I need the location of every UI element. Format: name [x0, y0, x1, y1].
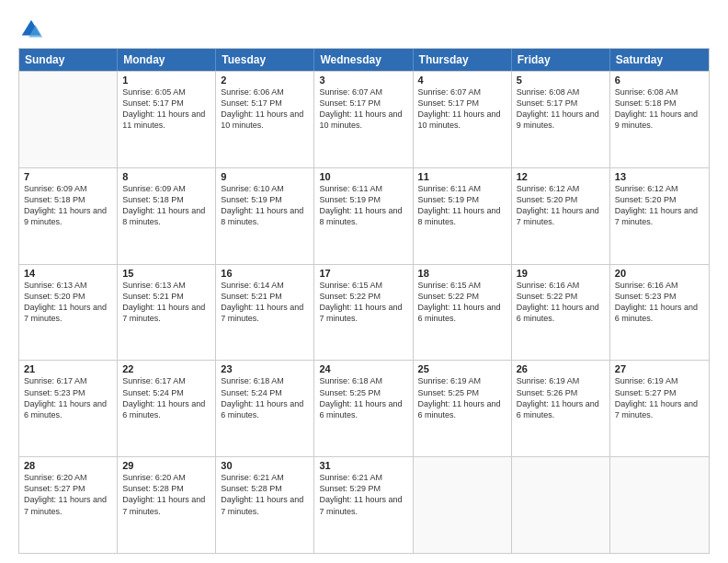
day-number: 6 [615, 75, 704, 86]
day-number: 13 [615, 171, 704, 182]
day-info: Sunrise: 6:09 AMSunset: 5:18 PMDaylight:… [24, 183, 112, 228]
header-cell-sunday: Sunday [19, 49, 118, 71]
day-number: 30 [221, 460, 309, 471]
day-number: 14 [24, 268, 112, 279]
header-cell-saturday: Saturday [610, 49, 709, 71]
day-info: Sunrise: 6:21 AMSunset: 5:28 PMDaylight:… [221, 472, 309, 517]
header-cell-thursday: Thursday [414, 49, 512, 71]
day-number: 10 [319, 171, 407, 182]
cal-cell [512, 457, 610, 553]
day-info: Sunrise: 6:20 AMSunset: 5:27 PMDaylight:… [24, 472, 112, 517]
day-info: Sunrise: 6:19 AMSunset: 5:25 PMDaylight:… [418, 375, 506, 420]
day-number: 9 [221, 171, 309, 182]
day-info: Sunrise: 6:12 AMSunset: 5:20 PMDaylight:… [517, 183, 605, 228]
day-info: Sunrise: 6:21 AMSunset: 5:29 PMDaylight:… [319, 472, 407, 517]
day-number: 17 [319, 268, 407, 279]
cal-cell: 13Sunrise: 6:12 AMSunset: 5:20 PMDayligh… [610, 168, 709, 264]
cal-cell: 26Sunrise: 6:19 AMSunset: 5:26 PMDayligh… [512, 361, 610, 456]
day-info: Sunrise: 6:18 AMSunset: 5:25 PMDaylight:… [319, 375, 407, 420]
calendar-body: 1Sunrise: 6:05 AMSunset: 5:17 PMDaylight… [19, 71, 709, 553]
cal-cell [19, 72, 118, 167]
day-info: Sunrise: 6:20 AMSunset: 5:28 PMDaylight:… [122, 472, 210, 517]
page: SundayMondayTuesdayWednesdayThursdayFrid… [0, 0, 728, 563]
cal-cell: 22Sunrise: 6:17 AMSunset: 5:24 PMDayligh… [118, 361, 216, 456]
day-number: 31 [319, 460, 407, 471]
cal-cell: 3Sunrise: 6:07 AMSunset: 5:17 PMDaylight… [314, 72, 413, 167]
day-info: Sunrise: 6:08 AMSunset: 5:17 PMDaylight:… [517, 86, 605, 132]
cal-cell: 24Sunrise: 6:18 AMSunset: 5:25 PMDayligh… [314, 361, 413, 456]
cal-cell: 7Sunrise: 6:09 AMSunset: 5:18 PMDaylight… [19, 168, 118, 264]
header-cell-monday: Monday [118, 49, 216, 71]
calendar-header: SundayMondayTuesdayWednesdayThursdayFrid… [19, 49, 709, 71]
day-number: 18 [418, 268, 506, 279]
day-info: Sunrise: 6:05 AMSunset: 5:17 PMDaylight:… [122, 86, 210, 132]
cal-cell: 8Sunrise: 6:09 AMSunset: 5:18 PMDaylight… [118, 168, 216, 264]
cal-cell: 10Sunrise: 6:11 AMSunset: 5:19 PMDayligh… [314, 168, 413, 264]
day-number: 27 [615, 363, 704, 374]
cal-cell: 18Sunrise: 6:15 AMSunset: 5:22 PMDayligh… [414, 265, 512, 361]
day-number: 21 [24, 363, 112, 374]
day-info: Sunrise: 6:19 AMSunset: 5:27 PMDaylight:… [615, 375, 704, 420]
cal-cell: 21Sunrise: 6:17 AMSunset: 5:23 PMDayligh… [19, 361, 118, 456]
day-number: 20 [615, 268, 704, 279]
day-number: 26 [517, 363, 605, 374]
day-number: 29 [122, 460, 210, 471]
calendar-row-2: 14Sunrise: 6:13 AMSunset: 5:20 PMDayligh… [19, 264, 709, 361]
cal-cell [414, 457, 512, 553]
cal-cell: 2Sunrise: 6:06 AMSunset: 5:17 PMDaylight… [216, 72, 314, 167]
day-number: 23 [221, 363, 309, 374]
cal-cell: 4Sunrise: 6:07 AMSunset: 5:17 PMDaylight… [414, 72, 512, 167]
day-info: Sunrise: 6:06 AMSunset: 5:17 PMDaylight:… [221, 86, 309, 132]
day-info: Sunrise: 6:15 AMSunset: 5:22 PMDaylight:… [319, 280, 407, 325]
day-info: Sunrise: 6:19 AMSunset: 5:26 PMDaylight:… [517, 375, 605, 420]
cal-cell: 15Sunrise: 6:13 AMSunset: 5:21 PMDayligh… [118, 265, 216, 361]
day-info: Sunrise: 6:17 AMSunset: 5:24 PMDaylight:… [122, 375, 210, 420]
cal-cell: 30Sunrise: 6:21 AMSunset: 5:28 PMDayligh… [216, 457, 314, 553]
calendar: SundayMondayTuesdayWednesdayThursdayFrid… [18, 48, 710, 554]
day-info: Sunrise: 6:07 AMSunset: 5:17 PMDaylight:… [418, 86, 506, 132]
day-info: Sunrise: 6:10 AMSunset: 5:19 PMDaylight:… [221, 183, 309, 228]
header-cell-tuesday: Tuesday [216, 49, 314, 71]
day-number: 24 [319, 363, 407, 374]
day-number: 16 [221, 268, 309, 279]
logo-icon [18, 17, 44, 42]
day-info: Sunrise: 6:14 AMSunset: 5:21 PMDaylight:… [221, 280, 309, 325]
cal-cell: 31Sunrise: 6:21 AMSunset: 5:29 PMDayligh… [314, 457, 413, 553]
calendar-row-0: 1Sunrise: 6:05 AMSunset: 5:17 PMDaylight… [19, 71, 709, 167]
calendar-row-3: 21Sunrise: 6:17 AMSunset: 5:23 PMDayligh… [19, 360, 709, 456]
calendar-row-1: 7Sunrise: 6:09 AMSunset: 5:18 PMDaylight… [19, 167, 709, 264]
day-number: 28 [24, 460, 112, 471]
cal-cell [610, 457, 709, 553]
cal-cell: 25Sunrise: 6:19 AMSunset: 5:25 PMDayligh… [414, 361, 512, 456]
logo [18, 17, 48, 42]
day-info: Sunrise: 6:15 AMSunset: 5:22 PMDaylight:… [418, 280, 506, 325]
cal-cell: 12Sunrise: 6:12 AMSunset: 5:20 PMDayligh… [512, 168, 610, 264]
day-info: Sunrise: 6:18 AMSunset: 5:24 PMDaylight:… [221, 375, 309, 420]
header [18, 17, 710, 42]
calendar-row-4: 28Sunrise: 6:20 AMSunset: 5:27 PMDayligh… [19, 456, 709, 553]
day-number: 11 [418, 171, 506, 182]
header-cell-wednesday: Wednesday [314, 49, 413, 71]
cal-cell: 16Sunrise: 6:14 AMSunset: 5:21 PMDayligh… [216, 265, 314, 361]
day-number: 12 [517, 171, 605, 182]
day-info: Sunrise: 6:08 AMSunset: 5:18 PMDaylight:… [615, 86, 704, 132]
day-number: 19 [517, 268, 605, 279]
cal-cell: 17Sunrise: 6:15 AMSunset: 5:22 PMDayligh… [314, 265, 413, 361]
cal-cell: 6Sunrise: 6:08 AMSunset: 5:18 PMDaylight… [610, 72, 709, 167]
day-number: 15 [122, 268, 210, 279]
day-info: Sunrise: 6:17 AMSunset: 5:23 PMDaylight:… [24, 375, 112, 420]
cal-cell: 19Sunrise: 6:16 AMSunset: 5:22 PMDayligh… [512, 265, 610, 361]
day-number: 22 [122, 363, 210, 374]
day-number: 25 [418, 363, 506, 374]
cal-cell: 1Sunrise: 6:05 AMSunset: 5:17 PMDaylight… [118, 72, 216, 167]
cal-cell: 28Sunrise: 6:20 AMSunset: 5:27 PMDayligh… [19, 457, 118, 553]
day-number: 7 [24, 171, 112, 182]
cal-cell: 9Sunrise: 6:10 AMSunset: 5:19 PMDaylight… [216, 168, 314, 264]
cal-cell: 20Sunrise: 6:16 AMSunset: 5:23 PMDayligh… [610, 265, 709, 361]
cal-cell: 14Sunrise: 6:13 AMSunset: 5:20 PMDayligh… [19, 265, 118, 361]
day-info: Sunrise: 6:12 AMSunset: 5:20 PMDaylight:… [615, 183, 704, 228]
day-info: Sunrise: 6:13 AMSunset: 5:21 PMDaylight:… [122, 280, 210, 325]
cal-cell: 5Sunrise: 6:08 AMSunset: 5:17 PMDaylight… [512, 72, 610, 167]
header-cell-friday: Friday [512, 49, 610, 71]
cal-cell: 23Sunrise: 6:18 AMSunset: 5:24 PMDayligh… [216, 361, 314, 456]
